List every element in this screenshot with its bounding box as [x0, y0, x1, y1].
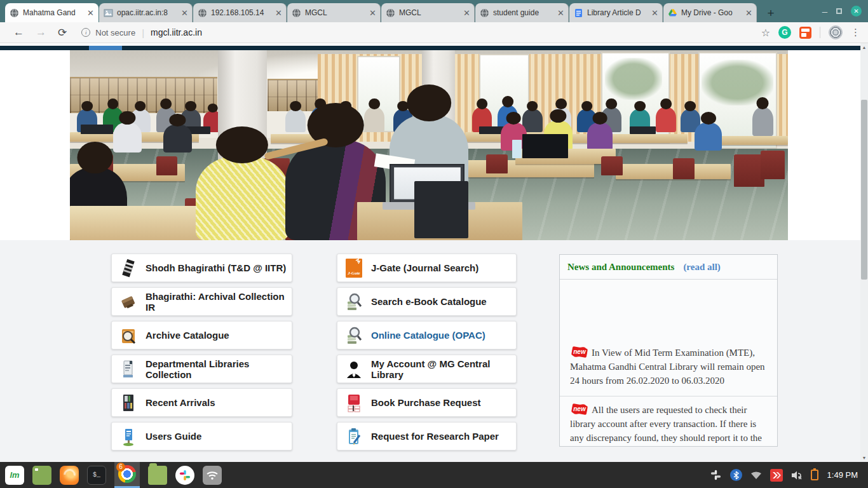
svg-text:J-Gate: J-Gate	[347, 271, 360, 276]
slack-tray-icon[interactable]	[710, 469, 722, 482]
tab-close-icon[interactable]: ✕	[463, 9, 470, 17]
tab-title: Library Article D	[587, 8, 648, 17]
link-label: Recent Arrivals	[146, 397, 215, 408]
forward-button[interactable]: →	[36, 26, 46, 39]
tab-close-icon[interactable]: ✕	[369, 9, 376, 17]
volume-muted-icon[interactable]	[790, 469, 803, 482]
link-bhagirathi-archival[interactable]: Bhagirathi: Archival Collection IR	[111, 287, 292, 316]
news-read-all-link[interactable]: (read all)	[683, 262, 720, 273]
tab-ip-address[interactable]: 192.168.105.14 ✕	[193, 3, 287, 22]
new-badge-icon: new	[570, 404, 589, 414]
reload-button[interactable]: ⟳	[58, 26, 67, 39]
link-shodh-bhagirathi[interactable]: Shodh Bhagirathi (T&D @ IITR)	[111, 254, 292, 282]
browser-tab-bar: Mahatma Gand ✕ opac.iitr.ac.in:8 ✕ 192.1…	[0, 0, 868, 22]
news-header: News and Announcements (read all)	[560, 255, 777, 280]
link-label: Book Purchase Request	[371, 397, 481, 408]
link-online-catalogue-opac[interactable]: Online Catalogue (OPAC)	[337, 321, 517, 349]
link-archive-catalogue[interactable]: Archive Catalogue	[111, 321, 292, 349]
info-icon[interactable]: i	[81, 28, 90, 37]
kiosk-icon	[120, 360, 137, 379]
red-book-icon	[346, 393, 362, 412]
news-item[interactable]: newIn View of Mid Term Examination (MTE)…	[560, 339, 777, 396]
news-marquee-gap	[560, 280, 777, 339]
link-users-guide[interactable]: Users Guide	[111, 422, 292, 451]
tab-opac[interactable]: opac.iitr.ac.in:8 ✕	[99, 3, 193, 22]
firefox-launcher[interactable]	[60, 466, 79, 485]
security-label[interactable]: Not secure	[95, 28, 135, 37]
battery-icon[interactable]	[811, 470, 818, 480]
news-item-text: All the users are requested to check the…	[570, 405, 762, 443]
tab-close-icon[interactable]: ✕	[651, 9, 658, 17]
page-scrollbar[interactable]: ▲ ▼	[860, 43, 868, 462]
tab-title: Mahatma Gand	[23, 8, 83, 17]
globe-icon	[480, 8, 489, 18]
url-text[interactable]: mgcl.iitr.ac.in	[151, 27, 202, 37]
slack-launcher[interactable]	[175, 466, 194, 485]
wifi-icon[interactable]	[750, 469, 763, 482]
globe-icon	[198, 8, 207, 18]
page-viewport: Shodh Bhagirathi (T&D @ IITR) Bhagirathi…	[0, 43, 860, 462]
link-label: Shodh Bhagirathi (T&D @ IITR)	[146, 262, 286, 273]
clipboard-pencil-icon	[346, 427, 362, 446]
link-label: My Account @ MG Central Library	[371, 358, 516, 380]
window-minimize-button[interactable]: –	[822, 6, 827, 17]
tab-student-guide[interactable]: student guide ✕	[475, 3, 569, 22]
tab-close-icon[interactable]: ✕	[181, 9, 188, 17]
tab-library-article[interactable]: Library Article D ✕	[569, 3, 663, 22]
link-jgate[interactable]: J-Gate J-Gate (Journal Search)	[337, 254, 517, 282]
scrollbar-thumb[interactable]	[861, 100, 867, 280]
tab-close-icon[interactable]: ✕	[557, 9, 564, 17]
link-request-research-paper[interactable]: Request for Research Paper	[337, 422, 517, 451]
tab-mahatma-gandhi[interactable]: Mahatma Gand ✕	[5, 3, 98, 22]
book-stack-icon	[120, 259, 137, 278]
window-maximize-button[interactable]	[836, 8, 842, 14]
grammarly-extension-icon[interactable]: G	[778, 26, 791, 39]
bookmark-star-icon[interactable]: ☆	[761, 27, 770, 39]
browser-menu-icon[interactable]: ⋮	[851, 27, 860, 38]
back-button[interactable]: ←	[13, 26, 24, 39]
terminal-launcher[interactable]: $_	[87, 466, 106, 485]
window-close-button[interactable]: ✕	[851, 6, 862, 17]
mint-menu-button[interactable]: lm	[5, 466, 24, 485]
tab-close-icon[interactable]: ✕	[87, 9, 94, 17]
link-book-purchase-request[interactable]: Book Purchase Request	[337, 388, 517, 417]
tab-close-icon[interactable]: ✕	[745, 9, 752, 17]
image-placeholder-icon	[104, 8, 113, 18]
person-icon	[346, 360, 362, 379]
site-navbar[interactable]	[0, 46, 860, 50]
address-bar[interactable]: i Not secure | mgcl.iitr.ac.in	[81, 27, 761, 38]
tab-mgcl-2[interactable]: MGCL ✕	[381, 3, 475, 22]
orange-grid-extension-icon[interactable]	[799, 27, 811, 39]
site-navbar-active-item[interactable]	[89, 46, 122, 50]
scroll-down-arrow[interactable]: ▼	[860, 454, 868, 462]
link-search-ebook-catalogue[interactable]: Search e-Book Catalogue	[337, 287, 517, 316]
chrome-launcher-active[interactable]: 6	[114, 462, 140, 488]
tab-title: 192.168.105.14	[211, 8, 271, 17]
search-books-icon	[346, 292, 362, 311]
link-my-account[interactable]: My Account @ MG Central Library	[337, 355, 517, 383]
tab-close-icon[interactable]: ✕	[275, 9, 282, 17]
taskbar-clock[interactable]: 1:49 PM	[827, 470, 858, 480]
globe-icon	[292, 8, 301, 18]
link-departmental-libraries[interactable]: Departmental Libraries Collection	[111, 355, 292, 383]
network-app-launcher[interactable]	[203, 466, 222, 485]
link-recent-arrivals[interactable]: Recent Arrivals	[111, 388, 292, 417]
anydesk-icon[interactable]	[770, 469, 783, 482]
folder-search-icon	[120, 326, 137, 345]
tab-mgcl-1[interactable]: MGCL ✕	[287, 3, 381, 22]
bluetooth-icon[interactable]	[730, 469, 742, 481]
profile-avatar[interactable]	[829, 25, 843, 39]
omnibox-divider: |	[142, 27, 144, 38]
tab-title: My Drive - Goo	[681, 8, 742, 17]
news-panel: News and Announcements (read all) newIn …	[559, 254, 778, 447]
news-item[interactable]: newAll the users are requested to check …	[560, 396, 777, 447]
chrome-notification-badge: 6	[116, 463, 125, 471]
file-manager-launcher[interactable]	[148, 466, 167, 485]
new-tab-button[interactable]: +	[761, 4, 780, 22]
tab-my-drive[interactable]: My Drive - Goo ✕	[663, 3, 757, 22]
scroll-up-arrow[interactable]: ▲	[860, 43, 868, 51]
show-desktop-button[interactable]	[32, 466, 51, 485]
archival-book-icon	[120, 292, 137, 311]
link-label: Bhagirathi: Archival Collection IR	[146, 291, 292, 313]
news-list[interactable]: newIn View of Mid Term Examination (MTE)…	[560, 280, 777, 447]
